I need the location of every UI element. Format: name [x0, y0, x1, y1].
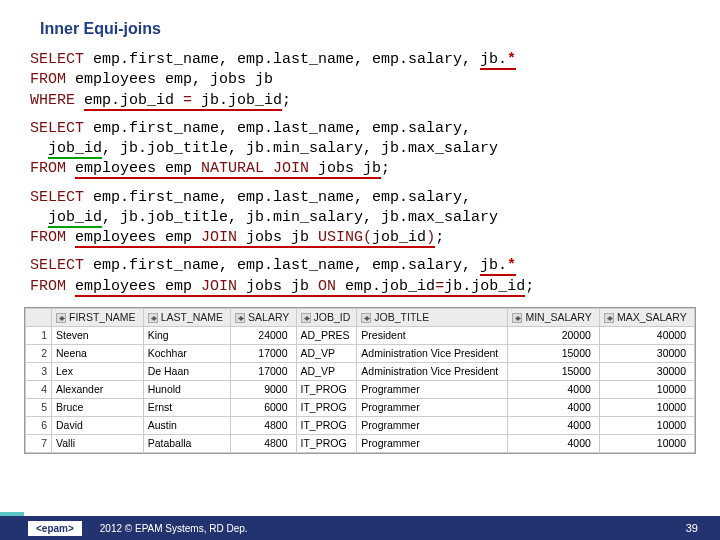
column-header	[26, 308, 52, 326]
sql-query-3: SELECT emp.first_name, emp.last_name, em…	[0, 186, 720, 255]
column-header: JOB_TITLE	[357, 308, 508, 326]
sql-query-2: SELECT emp.first_name, emp.last_name, em…	[0, 117, 720, 186]
table-row: 7ValliPataballa4800IT_PROGProgrammer4000…	[26, 434, 695, 452]
result-table: FIRST_NAMELAST_NAMESALARYJOB_IDJOB_TITLE…	[24, 307, 696, 454]
slide-title: Inner Equi-joins	[0, 0, 720, 48]
column-header: MIN_SALARY	[508, 308, 599, 326]
table-row: 4AlexanderHunold9000IT_PROGProgrammer400…	[26, 380, 695, 398]
sort-icon	[301, 313, 311, 323]
table-row: 5BruceErnst6000IT_PROGProgrammer40001000…	[26, 398, 695, 416]
sort-icon	[56, 313, 66, 323]
sort-icon	[512, 313, 522, 323]
column-header: JOB_ID	[296, 308, 357, 326]
column-header: LAST_NAME	[143, 308, 230, 326]
table-row: 1StevenKing24000AD_PRESPresident20000400…	[26, 326, 695, 344]
sort-icon	[361, 313, 371, 323]
table-row: 2NeenaKochhar17000AD_VPAdministration Vi…	[26, 344, 695, 362]
table-row: 6DavidAustin4800IT_PROGProgrammer4000100…	[26, 416, 695, 434]
footer-copyright: 2012 © EPAM Systems, RD Dep.	[100, 523, 248, 534]
sql-query-4: SELECT emp.first_name, emp.last_name, em…	[0, 254, 720, 303]
column-header: SALARY	[231, 308, 296, 326]
sort-icon	[148, 313, 158, 323]
sql-query-1: SELECT emp.first_name, emp.last_name, em…	[0, 48, 720, 117]
page-number: 39	[686, 522, 698, 534]
epam-logo: <epam>	[28, 521, 82, 536]
sort-icon	[604, 313, 614, 323]
column-header: MAX_SALARY	[599, 308, 694, 326]
table-row: 3LexDe Haan17000AD_VPAdministration Vice…	[26, 362, 695, 380]
column-header: FIRST_NAME	[52, 308, 144, 326]
sort-icon	[235, 313, 245, 323]
footer-bar: <epam> 2012 © EPAM Systems, RD Dep. 39	[0, 516, 720, 540]
